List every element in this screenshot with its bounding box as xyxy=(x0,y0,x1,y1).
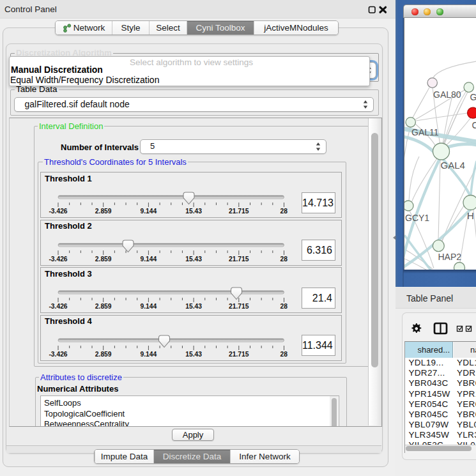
svg-text:21.715: 21.715 xyxy=(229,303,249,310)
svg-text:28: 28 xyxy=(280,208,288,215)
svg-text:GCY1: GCY1 xyxy=(405,213,429,223)
svg-text:9.144: 9.144 xyxy=(141,303,157,310)
svg-text:9.144: 9.144 xyxy=(141,208,157,215)
svg-text:21.715: 21.715 xyxy=(229,256,249,263)
svg-text:-3.426: -3.426 xyxy=(49,256,67,263)
svg-text:2.859: 2.859 xyxy=(95,351,112,358)
svg-text:C: C xyxy=(472,120,476,130)
svg-text:15.43: 15.43 xyxy=(185,256,202,263)
svg-text:HAP2: HAP2 xyxy=(438,252,462,262)
svg-text:2.859: 2.859 xyxy=(95,256,112,263)
svg-text:-3.426: -3.426 xyxy=(49,351,67,358)
svg-text:28: 28 xyxy=(280,351,288,358)
svg-text:15.43: 15.43 xyxy=(185,303,202,310)
svg-text:28: 28 xyxy=(280,303,288,310)
svg-text:21.715: 21.715 xyxy=(229,208,249,215)
svg-text:GA: GA xyxy=(470,92,476,102)
svg-text:15.43: 15.43 xyxy=(185,208,202,215)
svg-text:9.144: 9.144 xyxy=(141,351,157,358)
svg-text:15.43: 15.43 xyxy=(185,351,202,358)
svg-text:GAL4: GAL4 xyxy=(441,160,465,171)
svg-text:9.144: 9.144 xyxy=(141,256,157,263)
svg-text:2.859: 2.859 xyxy=(95,208,112,215)
svg-text:-3.426: -3.426 xyxy=(49,303,67,310)
svg-text:H: H xyxy=(467,210,474,221)
svg-text:GAL80: GAL80 xyxy=(433,89,461,100)
svg-text:2.859: 2.859 xyxy=(95,303,112,310)
svg-text:21.715: 21.715 xyxy=(229,351,249,358)
svg-text:GAL11: GAL11 xyxy=(411,127,439,137)
svg-text:-3.426: -3.426 xyxy=(49,208,67,215)
svg-text:28: 28 xyxy=(280,256,288,263)
